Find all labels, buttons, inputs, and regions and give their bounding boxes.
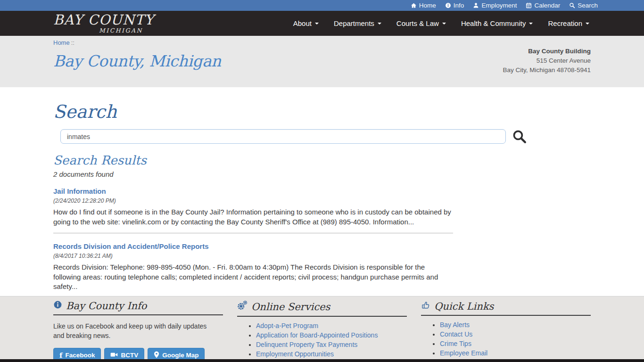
map-marker-icon <box>154 351 159 360</box>
result-title-link[interactable]: Jail Information <box>53 187 106 195</box>
nav-item-label: Health & Community <box>461 11 526 36</box>
address-line2: 515 Center Avenue <box>503 56 591 66</box>
result-item: Records Division and Accident/Police Rep… <box>53 242 453 298</box>
footer-link[interactable]: Contact Us <box>440 330 472 338</box>
nav-item-departments[interactable]: Departments <box>326 11 389 36</box>
chevron-down-icon <box>315 23 319 25</box>
nav-menu: About Departments Courts & Law Health & … <box>286 11 597 36</box>
user-icon <box>473 2 479 8</box>
online-services-list: Adopt-a-Pet Program Application for Boar… <box>237 322 407 362</box>
nav-item-label: Courts & Law <box>396 11 439 36</box>
list-item: Adopt-a-Pet Program <box>256 322 407 329</box>
top-utility-bar: Home Info Employment Calendar Search <box>0 0 644 11</box>
list-item: Employment Opportunities <box>256 351 407 357</box>
results-list: Jail Information (2/24/2020 12:28:20 PM)… <box>53 187 453 298</box>
site-logo[interactable]: BAY COUNTY MICHIGAN <box>53 13 143 34</box>
list-item: Employee Email <box>440 350 591 356</box>
chevron-down-icon <box>529 23 533 25</box>
topbar-link-info[interactable]: Info <box>445 0 464 11</box>
footer-heading: Bay County Info <box>53 300 223 315</box>
button-label: Google Map <box>162 352 198 359</box>
info-icon <box>445 2 451 8</box>
chevron-down-icon <box>442 23 446 25</box>
breadcrumb-separator: :: <box>71 39 74 46</box>
topbar-link-label: Calendar <box>534 0 560 11</box>
facebook-icon: f <box>59 351 62 360</box>
breadcrumb-home-link[interactable]: Home <box>53 39 70 46</box>
result-date: (8/4/2017 10:36:21 AM) <box>53 253 453 259</box>
list-item: Bay Alerts <box>440 321 591 328</box>
topbar-link-label: Search <box>578 0 598 11</box>
search-row <box>60 129 591 144</box>
footer-col-quick-links: Quick Links Bay Alerts Contact Us Crime … <box>421 300 591 362</box>
address-block: Bay County Building 515 Center Avenue Ba… <box>503 47 591 75</box>
nav-item-label: Recreation <box>548 11 582 36</box>
footer: Bay County Info Like us on Facebook and … <box>0 296 644 362</box>
nav-item-courts-law[interactable]: Courts & Law <box>389 11 454 36</box>
results-count: 2 documents found <box>53 170 591 178</box>
home-icon <box>411 2 417 8</box>
search-input[interactable] <box>60 129 506 144</box>
breadcrumb: Home:: <box>53 39 591 46</box>
result-title-link[interactable]: Records Division and Accident/Police Rep… <box>53 242 209 250</box>
footer-link[interactable]: Employment Opportunities <box>256 350 334 358</box>
nav-item-label: About <box>293 11 312 36</box>
footer-heading-label: Bay County Info <box>66 300 147 312</box>
main-navbar: BAY COUNTY MICHIGAN About Departments Co… <box>0 11 644 36</box>
footer-link[interactable]: Crime Tips <box>440 340 471 347</box>
result-snippet: How do I find out if someone is in the B… <box>53 207 453 227</box>
footer-heading: Quick Links <box>421 300 591 316</box>
topbar-link-home[interactable]: Home <box>411 0 436 11</box>
footer-info-text: Like us on Facebook and keep up with dai… <box>53 321 216 340</box>
nav-item-recreation[interactable]: Recreation <box>540 11 597 36</box>
button-label: BCTV <box>121 352 138 359</box>
footer-link[interactable]: Employee Email <box>440 349 487 357</box>
chevron-down-icon <box>586 23 589 25</box>
list-item: Crime Tips <box>440 340 591 347</box>
info-circle-icon <box>53 300 62 312</box>
address-line1: Bay County Building <box>503 47 591 56</box>
quick-links-list: Bay Alerts Contact Us Crime Tips Employe… <box>421 321 591 362</box>
topbar-link-search[interactable]: Search <box>569 0 598 11</box>
footer-link[interactable]: Adopt-a-Pet Program <box>256 322 318 329</box>
address-line3: Bay City, Michigan 48708-5941 <box>503 66 591 75</box>
footer-heading-label: Quick Links <box>434 301 494 312</box>
result-date: (2/24/2020 12:28:20 PM) <box>53 197 453 204</box>
calendar-icon <box>526 2 532 8</box>
search-icon <box>569 2 575 8</box>
list-item: Application for Board-Appointed Position… <box>256 332 407 338</box>
nav-item-label: Departments <box>334 11 374 36</box>
main-content: Search Search Results 2 documents found … <box>53 87 591 298</box>
topbar-link-label: Home <box>419 0 436 11</box>
footer-col-online-services: Online Services Adopt-a-Pet Program Appl… <box>237 300 407 362</box>
chevron-down-icon <box>378 23 381 25</box>
bottom-bar <box>0 359 644 362</box>
footer-col-bay-county-info: Bay County Info Like us on Facebook and … <box>53 300 223 362</box>
search-submit-button[interactable] <box>512 129 527 144</box>
list-item: Delinquent Property Tax Payments <box>256 341 407 348</box>
search-heading: Search <box>53 101 591 122</box>
logo-line2: MICHIGAN <box>53 28 143 34</box>
footer-link[interactable]: Delinquent Property Tax Payments <box>256 341 357 348</box>
page-header-band: Home:: Bay County, Michigan Bay County B… <box>0 36 644 87</box>
gears-icon <box>237 300 248 313</box>
thumbs-up-icon <box>421 300 430 312</box>
search-results-heading: Search Results <box>53 153 591 167</box>
result-snippet: Records Division: Telephone: 989-895-405… <box>53 263 453 292</box>
footer-link[interactable]: Application for Board-Appointed Position… <box>256 331 378 339</box>
nav-item-health-community[interactable]: Health & Community <box>454 11 541 36</box>
footer-link[interactable]: Bay Alerts <box>440 321 470 329</box>
footer-heading: Online Services <box>237 300 407 317</box>
topbar-link-employment[interactable]: Employment <box>473 0 517 11</box>
result-item: Jail Information (2/24/2020 12:28:20 PM)… <box>53 187 453 233</box>
button-label: Facebook <box>65 352 95 359</box>
topbar-link-calendar[interactable]: Calendar <box>526 0 560 11</box>
footer-heading-label: Online Services <box>251 301 330 313</box>
nav-item-about[interactable]: About <box>286 11 326 36</box>
logo-line1: BAY COUNTY <box>53 13 143 27</box>
video-camera-icon <box>110 352 118 359</box>
page: Home Info Employment Calendar Search BAY… <box>0 0 644 362</box>
topbar-link-label: Employment <box>481 0 517 11</box>
list-item: Contact Us <box>440 331 591 337</box>
topbar-link-label: Info <box>454 0 464 11</box>
